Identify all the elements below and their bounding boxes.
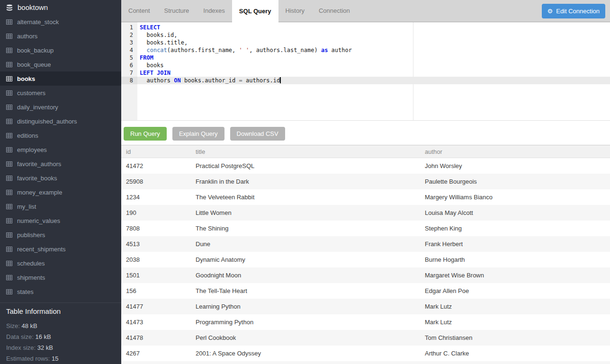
sidebar-item-shipments[interactable]: shipments <box>0 270 121 284</box>
table-name: publishers <box>17 231 45 239</box>
explain-query-button[interactable]: Explain Query <box>172 127 224 141</box>
cell-title: Franklin in the Dark <box>191 178 420 185</box>
sidebar-item-favorite_books[interactable]: favorite_books <box>0 171 121 185</box>
sidebar-item-money_example[interactable]: money_example <box>0 185 121 199</box>
sidebar-item-schedules[interactable]: schedules <box>0 256 121 270</box>
table-name: recent_shipments <box>17 246 66 253</box>
sidebar-item-states[interactable]: states <box>0 284 121 299</box>
tab-history[interactable]: History <box>278 0 312 22</box>
sidebar-item-publishers[interactable]: publishers <box>0 228 121 242</box>
table-name: book_queue <box>17 61 51 68</box>
run-query-button[interactable]: Run Query <box>124 127 167 141</box>
table-icon <box>6 119 12 124</box>
sidebar-item-book_backup[interactable]: book_backup <box>0 43 121 57</box>
info-label: Index size: <box>6 344 37 351</box>
line-number: 5 <box>121 54 137 62</box>
sidebar-item-alternate_stock[interactable]: alternate_stock <box>0 15 121 29</box>
table-icon <box>6 190 12 195</box>
editor-line[interactable]: SELECT <box>137 24 610 31</box>
info-row: Index size: 32 kB <box>6 342 115 353</box>
table-icon <box>6 34 12 39</box>
sidebar-item-favorite_authors[interactable]: favorite_authors <box>0 157 121 171</box>
table-row: 4513DuneFrank Herbert <box>121 236 610 252</box>
sql-editor[interactable]: 12345678 SELECT books.id, books.title, c… <box>121 22 610 120</box>
table-name: favorite_authors <box>17 160 61 168</box>
sql-code-area[interactable]: SELECT books.id, books.title, concat(aut… <box>137 22 610 120</box>
table-row: 2038Dynamic AnatomyBurne Hogarth <box>121 252 610 267</box>
sidebar-item-books[interactable]: books <box>0 71 121 86</box>
table-icon <box>6 19 12 25</box>
editor-line[interactable]: LEFT JOIN <box>137 69 610 77</box>
sidebar-item-numeric_values[interactable]: numeric_values <box>0 213 121 228</box>
cell-author: Edgar Allen Poe <box>420 287 610 294</box>
editor-line[interactable]: books.title, <box>137 39 610 46</box>
editor-line[interactable]: books.id, <box>137 31 610 39</box>
tab-content[interactable]: Content <box>121 0 157 22</box>
table-row: 41473Programming PythonMark Lutz <box>121 314 610 330</box>
cell-title: Learning Python <box>191 303 420 310</box>
sidebar-item-authors[interactable]: authors <box>0 29 121 43</box>
database-icon <box>6 4 13 11</box>
sidebar-item-my_list[interactable]: my_list <box>0 199 121 213</box>
table-name: states <box>17 288 34 295</box>
table-name: money_example <box>17 189 62 196</box>
sidebar-item-editions[interactable]: editions <box>0 128 121 142</box>
table-information-title: Table Information <box>6 306 115 317</box>
edit-connection-button[interactable]: ⚙ Edit Connection <box>542 4 605 18</box>
table-row: 41477Learning PythonMark Lutz <box>121 299 610 314</box>
sidebar: booktown alternate_stockauthorsbook_back… <box>0 0 121 364</box>
table-name: numeric_values <box>17 217 60 224</box>
code-token: authors.id <box>242 77 280 84</box>
table-icon <box>6 105 12 110</box>
table-icon <box>6 261 12 266</box>
cell-id: 41477 <box>121 303 191 310</box>
sidebar-item-employees[interactable]: employees <box>0 142 121 157</box>
cell-title: Goodnight Moon <box>191 272 420 279</box>
cell-author: Margery Williams Bianco <box>420 194 610 201</box>
cell-author: Stephen King <box>420 225 610 232</box>
sidebar-item-daily_inventory[interactable]: daily_inventory <box>0 100 121 114</box>
tab-sql-query[interactable]: SQL Query <box>232 0 278 22</box>
sidebar-item-customers[interactable]: customers <box>0 86 121 100</box>
cell-id: 1234 <box>121 194 191 201</box>
sidebar-item-recent_shipments[interactable]: recent_shipments <box>0 242 121 256</box>
table-icon <box>6 289 12 294</box>
line-number: 4 <box>121 46 137 54</box>
editor-line[interactable]: FROM <box>137 54 610 62</box>
table-icon <box>6 147 12 152</box>
line-number: 7 <box>121 69 137 77</box>
sidebar-item-distinguished_authors[interactable]: distinguished_authors <box>0 114 121 128</box>
tab-connection[interactable]: Connection <box>312 0 357 22</box>
editor-line[interactable]: concat(authors.first_name, ' ', authors.… <box>137 46 610 54</box>
code-token: author <box>328 47 352 53</box>
table-name: shipments <box>17 274 45 281</box>
download-csv-button[interactable]: Download CSV <box>230 127 285 141</box>
cell-author: Tom Christiansen <box>420 334 610 341</box>
info-label: Estimated rows: <box>6 355 52 362</box>
table-row: 41478Perl CookbookTom Christiansen <box>121 330 610 346</box>
code-token <box>140 47 146 53</box>
sidebar-item-book_queue[interactable]: book_queue <box>0 57 121 71</box>
partial-next-row <box>121 361 610 364</box>
query-actions-bar: Run Query Explain Query Download CSV <box>121 120 610 145</box>
tab-indexes[interactable]: Indexes <box>196 0 232 22</box>
cell-author: Frank Herbert <box>420 240 610 248</box>
info-label: Size: <box>6 322 22 329</box>
code-token: ' ' <box>239 47 250 53</box>
tab-structure[interactable]: Structure <box>157 0 197 22</box>
cell-author: Louisa May Alcott <box>420 209 610 216</box>
info-row: Size: 48 kB <box>6 320 115 331</box>
cell-title: Programming Python <box>191 319 420 326</box>
cell-author: Mark Lutz <box>420 319 610 326</box>
code-token: authors <box>140 77 174 84</box>
cell-title: Practical PostgreSQL <box>191 162 420 169</box>
database-header[interactable]: booktown <box>0 0 121 15</box>
editor-line[interactable]: authors ON books.author_id = authors.id <box>137 77 610 84</box>
editor-line[interactable]: books <box>137 62 610 69</box>
table-icon <box>6 275 12 280</box>
table-row: 156The Tell-Tale HeartEdgar Allen Poe <box>121 283 610 299</box>
table-icon <box>6 176 12 181</box>
info-value: 15 <box>52 355 58 362</box>
code-token: LEFT JOIN <box>140 70 170 76</box>
info-value: 16 kB <box>35 333 51 340</box>
